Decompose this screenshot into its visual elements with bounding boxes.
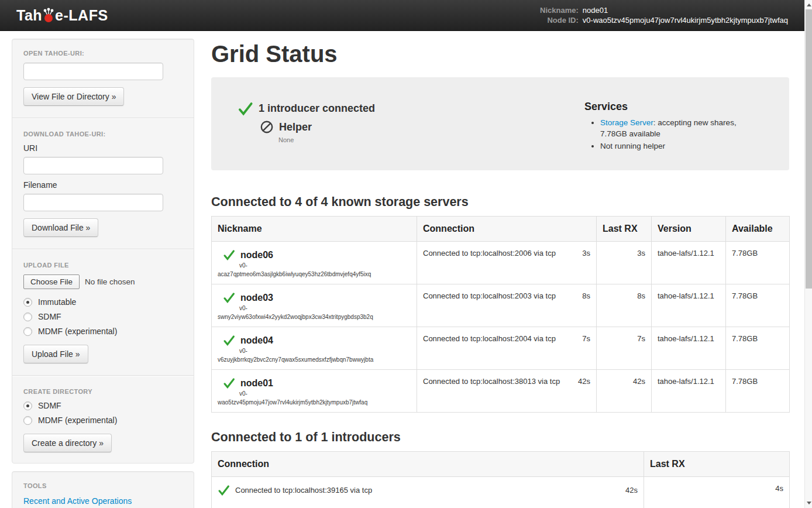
- node-id-hash: wao5tzv45pmoju47jow7rvl4ukirjm5ytbh2kjty…: [218, 399, 411, 406]
- connection-status: Connected to tcp:localhost:2006 via tcp: [423, 249, 556, 258]
- create-directory-button[interactable]: Create a directory »: [23, 434, 112, 452]
- storage-servers-heading: Connected to 4 of 4 known storage server…: [211, 195, 789, 210]
- table-row: node04 v0- v6zuyjkbrrkqy2bvc2cny7qwax5sx…: [212, 327, 790, 370]
- table-row: Connected to tcp:localhost:39165 via tcp…: [212, 477, 790, 508]
- filename-field-label: Filename: [23, 180, 183, 190]
- create-dir-option-sdmf[interactable]: SDMF: [23, 401, 183, 410]
- radio-dir-sdmf[interactable]: [23, 401, 32, 410]
- node-info: Nickname: node01 Node ID: v0-wao5tzv45pm…: [540, 5, 788, 25]
- storage-servers-table: Nickname Connection Last RX Version Avai…: [211, 216, 790, 413]
- connected-check-icon: [218, 484, 230, 496]
- last-rx-value: 42s: [597, 370, 652, 413]
- upload-file-heading: UPLOAD FILE: [23, 262, 183, 269]
- service-item-storage: Storage Server: accepting new shares, 7.…: [600, 117, 763, 139]
- open-tahoe-uri-heading: OPEN TAHOE-URI:: [23, 50, 183, 57]
- scrollbar-thumb[interactable]: [806, 9, 812, 289]
- node-id-prefix: v0-: [239, 390, 411, 397]
- connection-status-column: 1 introducer connected Helper None: [238, 101, 375, 153]
- connection-time: 8s: [582, 291, 590, 300]
- introducers-table: Connection Last RX Connected to tcp:loca…: [211, 451, 790, 508]
- tahoe-molecule-icon: [43, 8, 54, 23]
- version-value: tahoe-lafs/1.12.1: [652, 284, 726, 327]
- last-rx-value: 8s: [597, 284, 652, 327]
- col-header-last-rx: Last RX: [597, 217, 652, 242]
- connected-check-icon: [223, 291, 235, 304]
- logo-text-left: Tah: [16, 7, 42, 24]
- available-value: 7.78GB: [726, 284, 790, 327]
- storage-server-link[interactable]: Storage Server: [600, 118, 653, 127]
- radio-immutable-label: Immutable: [38, 297, 76, 307]
- server-nickname: node01: [240, 378, 273, 389]
- col-header-last-rx: Last RX: [644, 452, 790, 477]
- download-filename-input[interactable]: [23, 194, 163, 211]
- open-tahoe-uri-input[interactable]: [23, 63, 163, 80]
- scroll-down-arrow-icon[interactable]: [807, 502, 811, 504]
- section-divider: [12, 375, 194, 376]
- helper-label: Helper: [279, 121, 312, 133]
- radio-mdmf[interactable]: [23, 327, 32, 336]
- radio-immutable[interactable]: [23, 298, 32, 307]
- connection-status: Connected to tcp:localhost:2004 via tcp: [423, 334, 556, 343]
- version-value: tahoe-lafs/1.12.1: [652, 370, 726, 413]
- download-uri-input[interactable]: [23, 157, 163, 174]
- node-id-prefix: v0-: [239, 348, 411, 354]
- services-column: Services Storage Server: accepting new s…: [584, 101, 763, 153]
- nickname-value: node01: [583, 5, 788, 15]
- tools-panel: TOOLS Recent and Active Operations: [12, 471, 194, 508]
- connection-status: Connected to tcp:localhost:39165 via tcp: [235, 486, 372, 495]
- upload-format-option-sdmf[interactable]: SDMF: [23, 312, 183, 321]
- radio-sdmf[interactable]: [23, 313, 32, 321]
- download-tahoe-uri-heading: DOWNLOAD TAHOE-URI:: [23, 131, 183, 138]
- version-value: tahoe-lafs/1.12.1: [652, 327, 726, 370]
- connected-check-icon: [223, 249, 235, 261]
- helper-value: None: [278, 136, 375, 143]
- vertical-scrollbar[interactable]: [804, 0, 812, 508]
- col-header-connection: Connection: [212, 452, 644, 477]
- last-rx-value: 3s: [597, 242, 652, 284]
- connection-time: 42s: [578, 377, 590, 386]
- tahoe-lafs-logo: Tah e-LAFS: [16, 7, 108, 24]
- upload-file-button[interactable]: Upload File »: [23, 345, 88, 363]
- table-row: node06 v0- acaz7qptmeo6m3asjlgkb6iwlyuqe…: [212, 242, 790, 284]
- introducers-heading: Connected to 1 of 1 introducers: [211, 430, 789, 445]
- col-header-nickname: Nickname: [212, 217, 417, 242]
- section-divider: [12, 249, 194, 250]
- upload-format-option-immutable[interactable]: Immutable: [23, 297, 183, 307]
- radio-mdmf-label: MDMF (experimental): [38, 327, 117, 336]
- node-id-hash: swny2viyw63ofxwi4x2yykd2woqjbpx3cw34xtri…: [218, 314, 411, 321]
- connection-status: Connected to tcp:localhost:38013 via tcp: [423, 377, 560, 386]
- download-file-button[interactable]: Download File »: [23, 218, 98, 237]
- view-file-or-directory-button[interactable]: View File or Directory »: [23, 87, 124, 106]
- logo-text-right: e-LAFS: [55, 7, 108, 24]
- grid-status-summary-box: 1 introducer connected Helper None Servi…: [211, 77, 789, 170]
- connected-check-icon: [223, 377, 235, 389]
- node-id-hash: v6zuyjkbrrkqy2bvc2cny7qwax5sxumedsxfzfjw…: [218, 356, 411, 363]
- top-navbar: Tah e-LAFS Nickname: node01 Node ID: v0-…: [0, 0, 812, 31]
- connection-status: Connected to tcp:localhost:2003 via tcp: [423, 291, 556, 300]
- create-dir-option-mdmf[interactable]: MDMF (experimental): [23, 416, 183, 425]
- sidebar-main-panel: OPEN TAHOE-URI: View File or Directory »…: [12, 39, 194, 464]
- services-heading: Services: [584, 101, 763, 113]
- available-value: 7.78GB: [726, 242, 790, 284]
- recent-operations-link[interactable]: Recent and Active Operations: [23, 496, 132, 506]
- available-value: 7.78GB: [726, 370, 790, 413]
- server-nickname: node03: [240, 293, 273, 303]
- upload-format-option-mdmf[interactable]: MDMF (experimental): [23, 327, 183, 336]
- available-value: 7.78GB: [726, 327, 790, 370]
- server-nickname: node04: [240, 335, 273, 346]
- introducer-status-text: 1 introducer connected: [259, 102, 375, 115]
- uri-field-label: URI: [23, 143, 183, 153]
- tools-heading: TOOLS: [23, 482, 183, 489]
- page-title: Grid Status: [211, 40, 789, 68]
- radio-dir-mdmf[interactable]: [23, 416, 32, 425]
- node-id-label: Node ID:: [540, 15, 579, 25]
- col-header-version: Version: [652, 217, 726, 242]
- server-nickname: node06: [240, 250, 273, 260]
- radio-sdmf-label: SDMF: [38, 312, 61, 321]
- scroll-up-arrow-icon[interactable]: [807, 4, 811, 6]
- choose-file-button[interactable]: Choose File: [23, 274, 80, 289]
- create-directory-heading: CREATE DIRECTORY: [23, 388, 183, 395]
- node-id-prefix: v0-: [239, 305, 411, 311]
- connected-check-icon: [223, 334, 235, 346]
- check-icon: [238, 101, 253, 116]
